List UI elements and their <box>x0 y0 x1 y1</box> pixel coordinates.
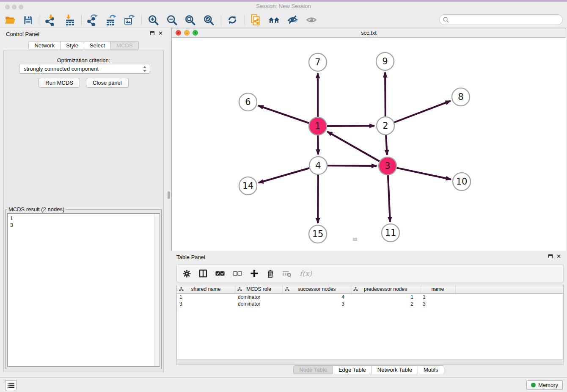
graph-edge-2-8[interactable] <box>394 101 451 122</box>
zoom-out-button[interactable] <box>164 13 179 27</box>
canvas-scroll-thumb[interactable] <box>353 238 357 241</box>
svg-text:14: 14 <box>242 181 254 191</box>
zoom-fit-button[interactable] <box>182 13 198 27</box>
tab-mcds[interactable]: MCDS <box>110 41 138 50</box>
criterion-select[interactable]: strongly connected component <box>19 64 150 74</box>
open-session-button[interactable] <box>3 13 18 27</box>
graph-node-10[interactable]: 10 <box>453 173 471 190</box>
network-canvas[interactable]: 7968124314101511 <box>172 38 566 251</box>
toolbar-separator <box>40 15 40 25</box>
graph-edge-1-2[interactable] <box>327 126 374 126</box>
graph-edge-2-3[interactable] <box>386 135 387 155</box>
import-table-button[interactable] <box>62 13 77 27</box>
svg-text:10: 10 <box>456 177 468 187</box>
graph-edge-3-1[interactable] <box>328 132 380 161</box>
tab-network[interactable]: Network <box>28 41 61 50</box>
column-header-shared-name[interactable]: shared name <box>177 285 235 293</box>
table-tab-network-table[interactable]: Network Table <box>372 365 418 374</box>
attribute-tree-icon <box>353 287 358 292</box>
result-scrollbar[interactable] <box>154 214 159 366</box>
graph-edge-1-6[interactable] <box>259 105 309 123</box>
table-cell: 1 <box>420 294 456 301</box>
ndex-button[interactable] <box>267 13 282 27</box>
graph-edge-2-9[interactable] <box>385 72 385 116</box>
float-panel-icon[interactable] <box>150 31 154 35</box>
memory-button[interactable]: Memory <box>526 380 563 390</box>
float-table-panel-icon[interactable] <box>548 254 553 258</box>
search-input[interactable] <box>451 17 562 23</box>
houses-icon <box>268 14 281 26</box>
tab-select[interactable]: Select <box>84 41 111 50</box>
control-panel-tabs: NetworkStyleSelectMCDS <box>0 41 167 50</box>
delete-table-button <box>282 270 292 277</box>
control-panel-title: Control Panel <box>6 31 39 37</box>
graph-node-7[interactable]: 7 <box>309 53 327 71</box>
zoom-in-button[interactable] <box>146 13 161 27</box>
graph-node-14[interactable]: 14 <box>239 177 257 195</box>
attribute-tree-icon <box>237 287 242 292</box>
table-row[interactable]: 1dominator411 <box>177 294 563 301</box>
delete-row-button[interactable] <box>267 269 274 278</box>
search-field[interactable] <box>439 14 563 25</box>
app-title: Session: New Session <box>0 3 567 9</box>
zoom-fit-icon <box>184 14 196 26</box>
table-tab-node-table[interactable]: Node Table <box>293 365 333 374</box>
export-table-button[interactable] <box>103 13 118 27</box>
graph-node-2[interactable]: 2 <box>377 117 394 135</box>
table-body: 1dominator4113dominator323 <box>177 294 563 307</box>
graph-node-6[interactable]: 6 <box>239 93 257 111</box>
status-bar: Memory <box>0 377 567 392</box>
column-selector-button[interactable] <box>199 269 207 278</box>
zoom-selected-button[interactable] <box>201 13 216 27</box>
network-window-titlebar[interactable]: ✕ − + scc.txt <box>172 28 566 38</box>
column-header-MCDS-role[interactable]: MCDS role <box>235 285 283 293</box>
add-row-button[interactable] <box>250 269 259 278</box>
table-row[interactable]: 3dominator323 <box>177 301 563 307</box>
hide-selected-button[interactable] <box>285 13 300 27</box>
zoom-selected-icon <box>203 14 215 26</box>
table-settings-button[interactable] <box>183 270 191 278</box>
deselect-all-button[interactable] <box>233 271 242 276</box>
mcds-result-lines: 13 <box>8 214 160 230</box>
tab-style[interactable]: Style <box>60 41 84 50</box>
select-all-button[interactable] <box>215 271 225 276</box>
show-all-button[interactable] <box>304 13 319 27</box>
graph-node-9[interactable]: 9 <box>376 52 394 70</box>
close-panel-button[interactable]: Close panel <box>86 78 129 88</box>
graph-edge-4-15[interactable] <box>318 175 318 223</box>
graph-node-1[interactable]: 1 <box>309 117 327 135</box>
close-table-panel-icon[interactable]: ✕ <box>556 254 561 259</box>
graph-node-15[interactable]: 15 <box>309 225 327 243</box>
close-panel-icon[interactable]: ✕ <box>158 31 163 36</box>
graph-node-4[interactable]: 4 <box>309 157 327 174</box>
mcds-result-box[interactable]: 13 <box>7 213 160 367</box>
export-image-button[interactable] <box>121 13 137 27</box>
table-tab-edge-table[interactable]: Edge Table <box>333 365 372 374</box>
svg-text:8: 8 <box>458 92 463 102</box>
graph-node-3[interactable]: 3 <box>379 157 396 175</box>
table-horizontal-scrollbar[interactable] <box>176 359 564 365</box>
graph-node-8[interactable]: 8 <box>452 88 470 106</box>
svg-text:6: 6 <box>245 97 250 107</box>
graph-edge-3-10[interactable] <box>397 168 451 179</box>
task-history-button[interactable] <box>5 380 17 390</box>
save-session-button[interactable] <box>20 13 36 27</box>
column-header-predecessor-nodes[interactable]: predecessor nodes <box>351 285 420 293</box>
import-network-button[interactable] <box>42 13 58 27</box>
export-network-button[interactable] <box>85 13 100 27</box>
attribute-tree-icon <box>179 287 184 292</box>
apply-layout-button[interactable] <box>225 13 240 27</box>
panel-splitter-grip[interactable] <box>168 191 170 199</box>
run-mcds-button[interactable]: Run MCDS <box>39 78 80 88</box>
graph-node-11[interactable]: 11 <box>382 224 399 242</box>
export-table-icon <box>105 14 117 26</box>
graph-edge-3-11[interactable] <box>388 175 390 222</box>
column-header-name[interactable]: name <box>420 285 456 293</box>
table-tab-motifs[interactable]: Motifs <box>418 365 444 374</box>
clone-network-button[interactable] <box>248 13 264 27</box>
graph-edge-4-3[interactable] <box>328 166 377 166</box>
table-cell: 2 <box>351 301 420 307</box>
svg-text:2: 2 <box>383 121 388 131</box>
graph-edge-4-14[interactable] <box>259 168 309 183</box>
column-header-successor-nodes[interactable]: successor nodes <box>283 285 351 293</box>
